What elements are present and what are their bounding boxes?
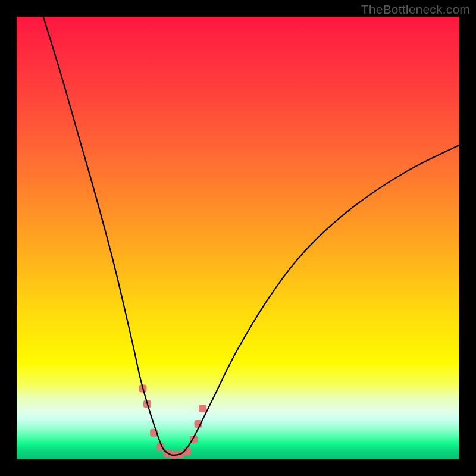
marker-point [199,405,206,412]
watermark-text: TheBottleneck.com [361,2,470,17]
curve-layer [17,17,459,459]
chart-frame: TheBottleneck.com [0,0,476,476]
marker-group [139,384,206,459]
plot-area [17,17,459,459]
bottleneck-curve [43,17,459,455]
